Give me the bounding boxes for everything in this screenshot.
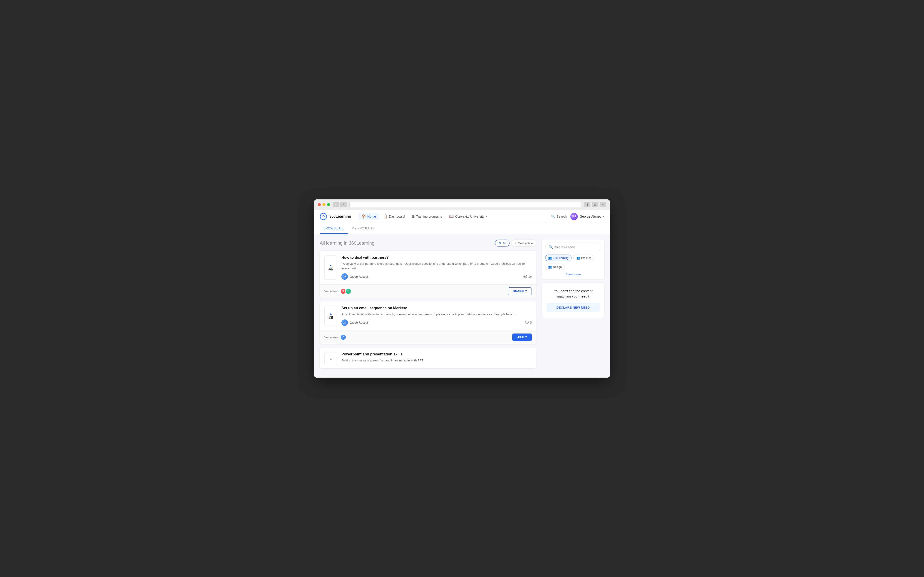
sort-icon: ↑ [515, 242, 517, 245]
university-icon: 📖 [449, 214, 454, 219]
traffic-light-red[interactable] [318, 203, 321, 206]
card-footer-2: JR Jacob Russell 💬 5 [341, 319, 532, 326]
browser-window: ‹ › ⬆ ⊞ + 360Learning 🏠 Home 📋 Dashboa [314, 200, 610, 377]
search-input-wrap[interactable]: 🔍 [545, 243, 601, 251]
left-panel: All learning in 360Learning ⚙ All ↑ Most… [320, 240, 536, 372]
global-search-button[interactable]: 🔍 Search [551, 214, 567, 218]
card-main-2: ▲ 29 Set up an email sequence on Marketo… [320, 301, 536, 330]
filter-sort-label: Most active [518, 242, 533, 245]
volunteers-bar-2: Volunteers C APPLY [320, 330, 536, 344]
vote-up-icon-1[interactable]: ▲ [329, 264, 333, 267]
comment-icon-1: 💬 [523, 275, 527, 278]
main-content: All learning in 360Learning ⚙ All ↑ Most… [314, 234, 610, 377]
nav-training[interactable]: ⊞ Training programs [409, 213, 445, 220]
section-header: All learning in 360Learning ⚙ All ↑ Most… [320, 240, 536, 247]
card-main-1: ▲ 46 How to deal with partners? - Overvi… [320, 251, 536, 284]
filter-all-label: All [502, 242, 506, 245]
new-tab-button[interactable]: ⊞ [592, 202, 598, 207]
add-button[interactable]: + [600, 202, 606, 207]
card-desc-2: An actionable list of items to go throug… [341, 312, 532, 317]
card-content-1: How to deal with partners? - Overview of… [341, 256, 532, 280]
tag-design-label: Design [553, 266, 562, 269]
tab-browse-all[interactable]: BROWSE ALL [320, 223, 348, 234]
author-avatar-1: JR [341, 273, 348, 280]
section-title: All learning in 360Learning [320, 240, 375, 246]
search-icon: 🔍 [551, 214, 555, 218]
browser-actions: ⬆ ⊞ + [584, 202, 606, 207]
nav-home-label: Home [367, 214, 376, 218]
filter-icon: ⚙ [499, 242, 501, 245]
traffic-light-yellow[interactable] [323, 203, 325, 206]
chevron-down-icon: ▾ [486, 215, 487, 218]
declare-box: You don't find the content matching your… [542, 283, 604, 318]
nav-back-button[interactable]: ‹ [333, 202, 339, 207]
comment-num-2: 5 [530, 321, 532, 324]
filter-all-button[interactable]: ⚙ All [495, 240, 509, 247]
training-icon: ⊞ [412, 214, 415, 219]
user-dropdown-icon: ▾ [603, 215, 604, 218]
apply-button-2[interactable]: APPLY [512, 334, 532, 341]
user-avatar: GA [570, 213, 578, 220]
card-author-2: JR Jacob Russell [341, 319, 368, 326]
nav-home[interactable]: 🏠 Home [359, 213, 379, 220]
filter-sort-button[interactable]: ↑ Most active [511, 240, 536, 247]
card-desc-1: - Overview of our partners and their str… [341, 261, 532, 271]
author-avatar-2: JR [341, 319, 348, 326]
declare-new-need-button[interactable]: DECLARE NEW NEED [546, 303, 600, 312]
tag-design[interactable]: 👥 Design [545, 264, 565, 270]
learning-card-2: ▲ 29 Set up an email sequence on Marketo… [320, 301, 536, 344]
home-icon: 🏠 [361, 214, 366, 219]
traffic-lights [318, 203, 330, 206]
nav-training-label: Training programs [416, 214, 442, 218]
nav-forward-button[interactable]: › [340, 202, 347, 207]
vote-count-2: 29 [328, 315, 333, 320]
nav-right: 🔍 Search GA George Alonzo ▾ [551, 213, 604, 220]
share-button[interactable]: ⬆ [584, 202, 590, 207]
volunteers-bar-1: Volunteers A B UNAPPLY [320, 284, 536, 298]
nav-university[interactable]: 📖 Convexity University ▾ [446, 213, 490, 220]
vote-count-1: 46 [328, 267, 333, 272]
card-title-1: How to deal with partners? [341, 256, 532, 259]
comment-count-1: 💬 16 [523, 275, 532, 278]
tag-product-icon: 👥 [576, 256, 580, 259]
search-need-input[interactable] [555, 245, 598, 249]
traffic-light-green[interactable] [327, 203, 330, 206]
logo-text: 360Learning [330, 214, 351, 219]
tag-360learning[interactable]: 👥 360Learning [545, 255, 572, 261]
nav-buttons: ‹ › [333, 202, 347, 207]
tag-product[interactable]: 👥 Product [573, 255, 594, 261]
author-name-2: Jacob Russell [350, 321, 368, 324]
unapply-button-1[interactable]: UNAPPLY [508, 287, 532, 295]
search-box: 🔍 👥 360Learning 👥 Product 👥 [542, 240, 604, 279]
show-more-link[interactable]: Show more [545, 272, 601, 276]
filter-buttons: ⚙ All ↑ Most active [495, 240, 536, 247]
card-content-3: Powerpoint and presentation skills Getti… [341, 352, 532, 366]
comment-count-2: 💬 5 [525, 321, 532, 324]
author-name-1: Jacob Russell [350, 275, 368, 278]
volunteers-label-2: Volunteers C [324, 334, 346, 340]
vote-up-icon-2[interactable]: ▲ [329, 312, 333, 315]
search-need-icon: 🔍 [549, 245, 553, 249]
logo-area: 360Learning [320, 213, 351, 220]
tag-group-2: 👥 Design [545, 264, 601, 270]
app-navbar: 360Learning 🏠 Home 📋 Dashboard ⊞ Trainin… [314, 210, 610, 223]
vote-box-2: ▲ 29 [324, 306, 337, 326]
card-main-3: ▲ Powerpoint and presentation skills Get… [320, 348, 536, 368]
vote-box-3: ▲ [324, 352, 337, 365]
search-label: Search [556, 214, 567, 218]
nav-dashboard[interactable]: 📋 Dashboard [380, 213, 408, 220]
vol-avatar-b: B [345, 288, 351, 294]
tab-my-projects[interactable]: MY PROJECTS [348, 223, 378, 234]
vote-up-icon-3[interactable]: ▲ [329, 357, 333, 360]
dashboard-icon: 📋 [383, 214, 388, 219]
vol-avatars-1: A B [340, 288, 351, 294]
vote-box-1: ▲ 46 [324, 256, 337, 280]
comment-num-1: 16 [528, 275, 532, 278]
card-title-2: Set up an email sequence on Marketo [341, 306, 532, 310]
volunteers-label-1: Volunteers A B [324, 288, 351, 294]
user-area[interactable]: GA George Alonzo ▾ [570, 213, 604, 220]
volunteers-text-2: Volunteers [324, 335, 338, 339]
vol-avatar-c: C [340, 334, 346, 340]
page-tabs: BROWSE ALL MY PROJECTS [314, 223, 610, 234]
learning-card-3: ▲ Powerpoint and presentation skills Get… [320, 348, 536, 368]
